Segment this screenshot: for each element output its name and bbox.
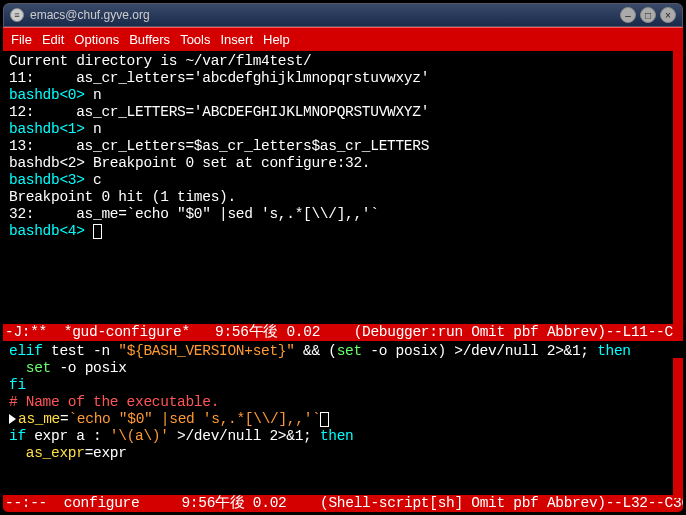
code-text: [9, 360, 26, 376]
code-text: Current directory is ~/var/flm4test/: [9, 53, 311, 69]
buffer-line: bashdb<0> n: [9, 87, 677, 104]
buffer-line: bashdb<1> n: [9, 121, 677, 138]
code-text: '\(a\)': [110, 428, 169, 444]
menu-buffers[interactable]: Buffers: [129, 32, 170, 47]
text-cursor: [93, 224, 102, 239]
code-text: as_me: [18, 411, 60, 427]
buffer-line: as_me=`echo "$0" |sed 's,.*[\\/],,'`: [9, 411, 677, 428]
scrollbar-bottom[interactable]: [673, 358, 683, 498]
buffer-line: Breakpoint 0 hit (1 times).: [9, 189, 677, 206]
buffer-line: as_expr=expr: [9, 445, 677, 462]
buffer-line: bashdb<2> Breakpoint 0 set at configure:…: [9, 155, 677, 172]
menu-insert[interactable]: Insert: [220, 32, 253, 47]
code-text: Breakpoint 0 hit (1 times).: [9, 189, 236, 205]
code-text: n: [93, 121, 101, 137]
code-text: set: [26, 360, 51, 376]
window-title: emacs@chuf.gyve.org: [30, 8, 616, 22]
code-text: 32: as_me=`echo "$0" |sed 's,.*[\\/],,'`: [9, 206, 379, 222]
text-cursor: [320, 412, 329, 427]
buffer-line: 32: as_me=`echo "$0" |sed 's,.*[\\/],,'`: [9, 206, 677, 223]
buffer-line: Current directory is ~/var/flm4test/: [9, 53, 677, 70]
buffer-line: 11: as_cr_letters='abcdefghijklmnopqrstu…: [9, 70, 677, 87]
buffer-line: set -o posix: [9, 360, 677, 377]
code-text: expr a :: [26, 428, 110, 444]
menu-edit[interactable]: Edit: [42, 32, 64, 47]
code-text: fi: [9, 377, 26, 393]
scrollbar-top[interactable]: [673, 51, 683, 341]
menu-file[interactable]: File: [11, 32, 32, 47]
menu-bar: File Edit Options Buffers Tools Insert H…: [3, 27, 683, 51]
code-text: bashdb<4>: [9, 223, 93, 239]
editor-area: Current directory is ~/var/flm4test/11: …: [3, 51, 683, 512]
code-text: test -n: [43, 343, 119, 359]
menu-help[interactable]: Help: [263, 32, 290, 47]
code-text: as_expr: [26, 445, 85, 461]
buffer-line: bashdb<4>: [9, 223, 677, 240]
code-text: 13: as_cr_Letters=$as_cr_letters$as_cr_L…: [9, 138, 429, 154]
code-text: bashdb<1>: [9, 121, 93, 137]
buffer-line: bashdb<3> c: [9, 172, 677, 189]
maximize-button[interactable]: □: [640, 7, 656, 23]
buffer-line: if expr a : '\(a\)' >/dev/null 2>&1; the…: [9, 428, 677, 445]
code-text: set: [337, 343, 362, 359]
menu-tools[interactable]: Tools: [180, 32, 210, 47]
window-app-icon: ≡: [10, 8, 24, 22]
code-text: if: [9, 428, 26, 444]
buffer-line: 13: as_cr_Letters=$as_cr_letters$as_cr_L…: [9, 138, 677, 155]
code-text: bashdb<0>: [9, 87, 93, 103]
code-text: "${BASH_VERSION+set}": [118, 343, 294, 359]
code-text: -o posix) >/dev/null 2>&1;: [362, 343, 597, 359]
code-text: -o posix: [51, 360, 127, 376]
gud-buffer[interactable]: Current directory is ~/var/flm4test/11: …: [3, 51, 683, 324]
buffer-line: # Name of the executable.: [9, 394, 677, 411]
window-titlebar: ≡ emacs@chuf.gyve.org – □ ×: [3, 3, 683, 27]
buffer-line: fi: [9, 377, 677, 394]
code-text: bashdb<3>: [9, 172, 93, 188]
buffer-line: 12: as_cr_LETTERS='ABCDEFGHIJKLMNOPQRSTU…: [9, 104, 677, 121]
code-text: `echo "$0" |sed 's,.*[\\/],,'`: [68, 411, 320, 427]
source-buffer[interactable]: elif test -n "${BASH_VERSION+set}" && (s…: [3, 341, 683, 495]
code-text: then: [597, 343, 631, 359]
current-line-indicator-icon: [9, 414, 16, 424]
code-text: 11: as_cr_letters='abcdefghijklmnopqrstu…: [9, 70, 429, 86]
code-text: then: [320, 428, 354, 444]
buffer-line: elif test -n "${BASH_VERSION+set}" && (s…: [9, 343, 677, 360]
modeline-bottom[interactable]: --:-- configure 9:56午後 0.02 (Shell-scrip…: [3, 495, 683, 512]
code-text: elif: [9, 343, 43, 359]
code-text: # Name of the executable.: [9, 394, 219, 410]
code-text: bashdb<2> Breakpoint 0 set at configure:…: [9, 155, 370, 171]
close-button[interactable]: ×: [660, 7, 676, 23]
code-text: =expr: [85, 445, 127, 461]
code-text: [9, 445, 26, 461]
code-text: && (: [295, 343, 337, 359]
modeline-top[interactable]: -J:** *gud-configure* 9:56午後 0.02 (Debug…: [3, 324, 683, 341]
menu-options[interactable]: Options: [74, 32, 119, 47]
minimize-button[interactable]: –: [620, 7, 636, 23]
code-text: c: [93, 172, 101, 188]
code-text: n: [93, 87, 101, 103]
code-text: 12: as_cr_LETTERS='ABCDEFGHIJKLMNOPQRSTU…: [9, 104, 429, 120]
code-text: >/dev/null 2>&1;: [169, 428, 320, 444]
